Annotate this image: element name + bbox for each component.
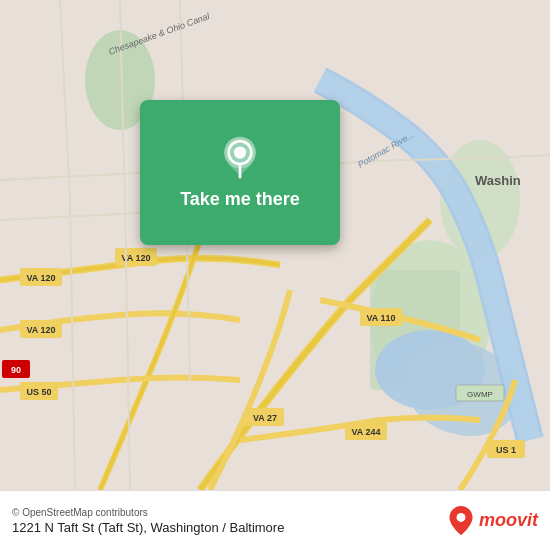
svg-text:VA 244: VA 244 xyxy=(351,427,380,437)
address-text: 1221 N Taft St (Taft St), Washington / B… xyxy=(12,520,447,535)
svg-text:90: 90 xyxy=(11,365,21,375)
svg-text:GWMP: GWMP xyxy=(467,390,493,399)
address-section: © OpenStreetMap contributors 1221 N Taft… xyxy=(12,507,447,535)
attribution-text: © OpenStreetMap contributors xyxy=(12,507,447,518)
svg-text:US 50: US 50 xyxy=(26,387,51,397)
map-container: VA 120 VA 120 VA 120 US 50 VA 27 VA 110 … xyxy=(0,0,550,490)
svg-text:US 1: US 1 xyxy=(496,445,516,455)
svg-text:Washin: Washin xyxy=(475,173,521,188)
moovit-pin-icon xyxy=(447,505,475,537)
svg-text:VA 27: VA 27 xyxy=(253,413,277,423)
bottom-bar: © OpenStreetMap contributors 1221 N Taft… xyxy=(0,490,550,550)
map-background: VA 120 VA 120 VA 120 US 50 VA 27 VA 110 … xyxy=(0,0,550,490)
svg-point-33 xyxy=(457,513,466,522)
svg-text:VA 120: VA 120 xyxy=(26,273,55,283)
svg-text:VA 120: VA 120 xyxy=(26,325,55,335)
take-me-there-card[interactable]: Take me there xyxy=(140,100,340,245)
svg-text:VA 110: VA 110 xyxy=(366,313,395,323)
take-me-there-label: Take me there xyxy=(180,189,300,210)
location-pin-icon xyxy=(218,135,262,179)
svg-point-32 xyxy=(234,146,246,158)
moovit-logo: moovit xyxy=(447,505,538,537)
moovit-brand-text: moovit xyxy=(479,510,538,531)
